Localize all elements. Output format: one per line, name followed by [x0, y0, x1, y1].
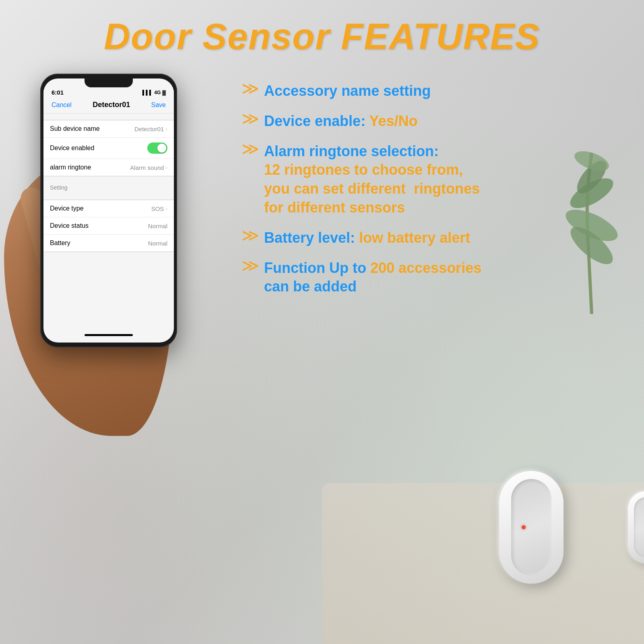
phone-notch	[85, 78, 133, 87]
sub-device-name-label: Sub device name	[50, 125, 100, 132]
sub-device-name-value: Detector01 ›	[134, 126, 167, 132]
device-status-value: Normal	[148, 223, 167, 229]
feature-text-1: Accessory name setting	[264, 82, 431, 101]
chevron-right-icon-2: ›	[165, 164, 167, 171]
settings-group-2: Device type SOS › Device status Normal B	[43, 200, 174, 252]
device-status-label: Device status	[50, 222, 89, 229]
feature-arrow-1: ≫	[242, 80, 259, 97]
network-type: 4G	[154, 90, 161, 95]
feature-text-4: Battery level: low battery alert	[264, 229, 470, 248]
setting-section-label: Setting	[43, 176, 174, 193]
feature-arrow-4: ≫	[242, 227, 259, 244]
phone-screen: 6:01 ▌▌▌ 4G ▓ Cancel Detector01 Save	[43, 78, 174, 343]
device-enabled-row[interactable]: Device enabled	[43, 138, 174, 159]
feature-arrow-2: ≫	[242, 110, 259, 127]
feature-item-1: ≫ Accessory name setting	[242, 82, 628, 101]
alarm-ringtone-label: alarm ringtone	[50, 164, 91, 171]
status-bar: 6:01 ▌▌▌ 4G ▓	[43, 87, 174, 97]
phone-section: 6:01 ▌▌▌ 4G ▓ Cancel Detector01 Save	[16, 74, 225, 436]
feature-arrow-5: ≫	[242, 257, 259, 274]
save-button[interactable]: Save	[151, 101, 166, 109]
feature-text-2: Device enable: Yes/No	[264, 112, 418, 131]
feature-item-3: ≫ Alarm ringtone selection: 12 ringtones…	[242, 142, 628, 217]
feature-item-2: ≫ Device enable: Yes/No	[242, 112, 628, 131]
toggle-thumb	[157, 144, 166, 153]
device-type-label: Device type	[50, 205, 84, 212]
screen-title: Detector01	[93, 101, 130, 109]
device-status-row: Device status Normal	[43, 217, 174, 235]
device-type-row[interactable]: Device type SOS ›	[43, 200, 174, 217]
sensor-section: ‹	[499, 471, 620, 612]
alarm-ringtone-row[interactable]: alarm ringtone Alarm sound ›	[43, 159, 174, 176]
hand-phone-container: 6:01 ▌▌▌ 4G ▓ Cancel Detector01 Save	[16, 74, 225, 436]
settings-group-1: Sub device name Detector01 › Device enab…	[43, 120, 174, 176]
sensor-main-body	[499, 471, 564, 584]
battery-value: Normal	[148, 240, 167, 247]
chevron-right-icon: ›	[165, 126, 167, 132]
home-indicator	[85, 334, 133, 336]
phone-device: 6:01 ▌▌▌ 4G ▓ Cancel Detector01 Save	[40, 74, 177, 347]
device-type-value: SOS ›	[151, 205, 167, 212]
battery-icon: ▓	[162, 90, 166, 95]
alarm-ringtone-value: Alarm sound ›	[130, 164, 167, 171]
nav-bar: Cancel Detector01 Save	[43, 97, 174, 114]
battery-label: Battery	[50, 239, 70, 247]
content-area: 6:01 ▌▌▌ 4G ▓ Cancel Detector01 Save	[0, 66, 644, 444]
feature-item-4: ≫ Battery level: low battery alert	[242, 229, 628, 248]
device-enabled-label: Device enabled	[50, 144, 94, 152]
signal-bars-icon: ▌▌▌	[142, 90, 153, 95]
sensor-groove	[511, 479, 551, 576]
cancel-button[interactable]: Cancel	[52, 101, 72, 109]
feature-arrow-3: ≫	[242, 140, 259, 157]
signal-display: ▌▌▌ 4G ▓	[142, 90, 166, 95]
sensor-led	[522, 525, 526, 529]
sub-device-name-row[interactable]: Sub device name Detector01 ›	[43, 120, 174, 138]
page-title: Door Sensor FEATURES	[0, 0, 644, 66]
chevron-right-icon-3: ›	[165, 205, 167, 212]
battery-row: Battery Normal	[43, 235, 174, 252]
device-enabled-toggle[interactable]	[147, 142, 167, 154]
feature-text-5: Function Up to 200 accessoriescan be add…	[264, 259, 481, 297]
sensor-small-body: ‹	[628, 491, 644, 564]
feature-text-3: Alarm ringtone selection: 12 ringtones t…	[264, 142, 480, 217]
features-section: ≫ Accessory name setting ≫ Device enable…	[242, 74, 628, 316]
feature-item-5: ≫ Function Up to 200 accessoriescan be a…	[242, 259, 628, 297]
sensor-small-inner	[634, 497, 644, 557]
time-display: 6:01	[52, 89, 64, 96]
settings-list: Sub device name Detector01 › Device enab…	[43, 120, 174, 252]
